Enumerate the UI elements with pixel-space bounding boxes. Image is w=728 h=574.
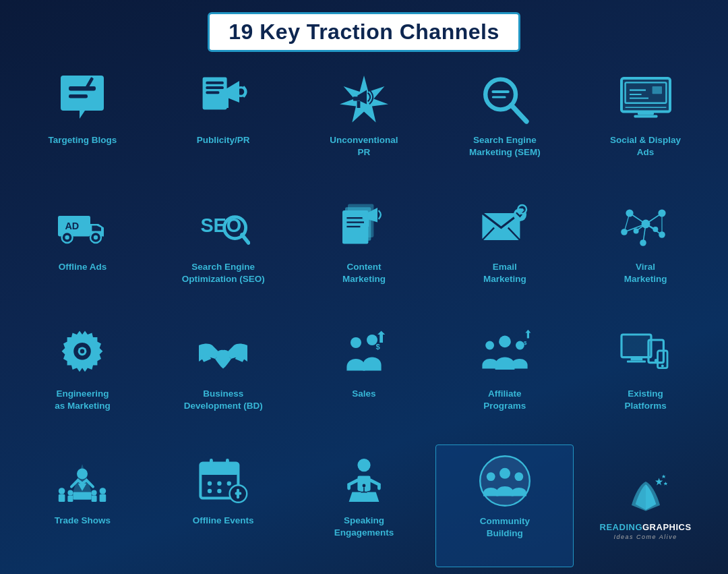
svg-text:$: $ [520, 207, 524, 213]
svg-rect-19 [638, 112, 654, 115]
svg-point-29 [94, 235, 98, 239]
logo-tagline: Ideas Come Alive [600, 534, 692, 540]
svg-point-27 [65, 235, 69, 239]
seo-label: Search EngineOptimization (SEO) [182, 261, 265, 285]
svg-rect-83 [73, 492, 92, 500]
logo-reading: READING [600, 522, 642, 532]
offline-ads-label: Offline Ads [59, 261, 107, 273]
card-logo: READING GRAPHICS Ideas Come Alive [576, 444, 715, 567]
viral-marketing-label: ViralMarketing [624, 261, 667, 285]
svg-point-86 [68, 490, 73, 495]
svg-rect-87 [68, 495, 73, 502]
svg-rect-103 [237, 489, 239, 498]
publicity-pr-label: Publicity/PR [197, 134, 250, 146]
card-community[interactable]: CommunityBuilding [435, 444, 574, 567]
calendar-icon [193, 450, 253, 511]
card-existing-platforms[interactable]: ExistingPlatforms [576, 318, 715, 440]
svg-rect-0 [69, 86, 96, 90]
card-social-display[interactable]: Social & DisplayAds [576, 64, 715, 187]
affiliate-label: AffiliatePrograms [483, 388, 526, 411]
trade-icon [52, 450, 113, 511]
svg-text:$: $ [524, 340, 527, 346]
svg-point-72 [516, 341, 524, 350]
targeting-blogs-label: Targeting Blogs [49, 134, 117, 146]
svg-point-99 [208, 489, 212, 493]
svg-rect-91 [100, 494, 107, 502]
channel-grid: Targeting Blogs Publicity/PR [13, 64, 715, 567]
truck-icon: AD [52, 196, 113, 257]
logo-graphics: GRAPHICS [642, 522, 692, 532]
platforms-icon [615, 323, 676, 384]
svg-marker-113 [655, 478, 663, 485]
svg-point-82 [77, 468, 88, 479]
svg-point-100 [217, 489, 221, 493]
svg-rect-93 [201, 463, 239, 475]
card-email-marketing[interactable]: $ EmailMarketing [435, 191, 574, 314]
gear-icon [52, 323, 113, 384]
community-icon [475, 451, 535, 511]
svg-rect-89 [92, 495, 97, 502]
search-icon [475, 69, 535, 130]
engineering-label: Engineeringas Marketing [55, 388, 111, 411]
sem-label: Search EngineMarketing (SEM) [469, 134, 541, 158]
svg-point-81 [661, 364, 663, 367]
svg-point-109 [480, 456, 530, 506]
svg-rect-4 [206, 82, 224, 84]
svg-rect-1 [69, 94, 88, 98]
card-offline-ads[interactable]: AD Offline Ads [13, 191, 152, 314]
svg-point-67 [351, 337, 361, 348]
svg-point-84 [59, 488, 65, 494]
card-unconventional-pr[interactable]: UnconventionalPR [295, 64, 433, 187]
svg-point-104 [357, 459, 370, 471]
card-offline-events[interactable]: Offline Events [154, 444, 293, 567]
card-publicity-pr[interactable]: Publicity/PR [154, 64, 293, 187]
svg-text:$: $ [376, 343, 381, 351]
biz-dev-label: BusinessDevelopment (BD) [184, 388, 263, 411]
svg-point-66 [80, 349, 84, 353]
title-box: 19 Key Traction Channels [208, 12, 520, 52]
svg-rect-20 [634, 115, 657, 117]
svg-rect-77 [627, 360, 646, 362]
sales-label: Sales [352, 388, 375, 400]
card-seo[interactable]: SEO Search EngineOptimization (SEO) [154, 191, 293, 314]
svg-line-33 [242, 235, 249, 243]
viral-icon [615, 196, 676, 257]
svg-rect-6 [206, 91, 220, 94]
svg-rect-24 [652, 86, 661, 94]
svg-point-96 [208, 482, 212, 486]
svg-line-12 [511, 105, 526, 121]
svg-point-97 [217, 482, 221, 486]
card-content-marketing[interactable]: ContentMarketing [295, 191, 433, 314]
trade-shows-label: Trade Shows [55, 515, 111, 527]
affiliate-icon: $ [475, 323, 535, 384]
pr-icon [193, 69, 253, 130]
svg-line-56 [646, 213, 662, 224]
blog-icon [52, 69, 113, 130]
email-marketing-label: EmailMarketing [483, 261, 526, 285]
card-engineering[interactable]: Engineeringas Marketing [13, 318, 152, 440]
svg-rect-5 [206, 86, 224, 89]
svg-line-62 [624, 213, 630, 232]
svg-rect-85 [59, 494, 65, 502]
svg-rect-7 [220, 91, 227, 97]
card-viral-marketing[interactable]: ViralMarketing [576, 191, 715, 314]
svg-point-90 [100, 488, 107, 494]
card-biz-dev[interactable]: BusinessDevelopment (BD) [154, 318, 293, 440]
card-trade-shows[interactable]: Trade Shows [13, 444, 152, 567]
card-affiliate[interactable]: $ AffiliatePrograms [435, 318, 574, 440]
seo-icon: SEO [193, 196, 253, 257]
card-speaking[interactable]: SpeakingEngagements [295, 444, 433, 567]
card-targeting-blogs[interactable]: Targeting Blogs [13, 64, 152, 187]
readingraphics-logo [622, 472, 669, 519]
card-sales[interactable]: $ Sales [295, 318, 433, 440]
existing-platforms-label: ExistingPlatforms [624, 388, 666, 411]
social-display-label: Social & DisplayAds [610, 134, 681, 158]
svg-rect-10 [353, 96, 359, 101]
svg-line-55 [630, 213, 646, 224]
svg-point-112 [514, 472, 523, 481]
svg-rect-40 [363, 214, 368, 219]
page-title: 19 Key Traction Channels [229, 20, 499, 45]
svg-rect-94 [210, 459, 213, 468]
svg-marker-114 [661, 474, 665, 478]
card-sem[interactable]: Search EngineMarketing (SEM) [435, 64, 574, 187]
